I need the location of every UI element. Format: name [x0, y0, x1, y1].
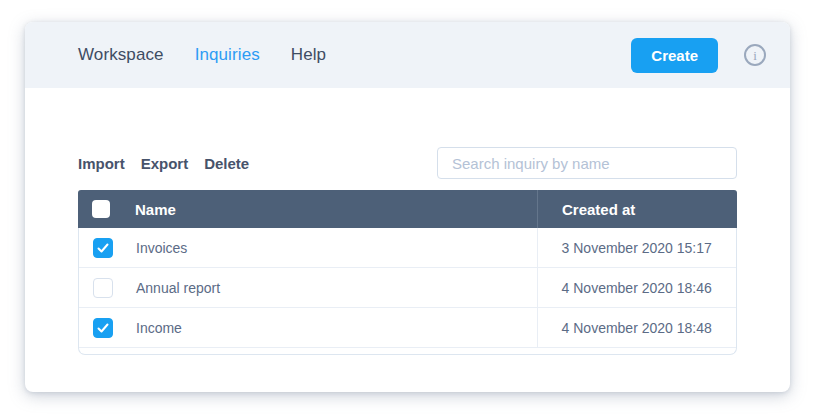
check-icon	[97, 242, 109, 254]
nav-item-inquiries[interactable]: Inquiries	[195, 45, 260, 65]
header-cell-name: Name	[78, 190, 537, 228]
app-card: Workspace Inquiries Help Create i Import…	[25, 22, 790, 392]
row-checkbox[interactable]	[93, 238, 113, 258]
search-input[interactable]	[437, 147, 737, 179]
created-at-cell: 3 November 2020 15:17	[537, 228, 736, 267]
inquiry-name: Invoices	[136, 240, 187, 256]
table-toolbar: Import Export Delete	[78, 147, 737, 179]
table-row[interactable]: Invoices 3 November 2020 15:17	[79, 228, 736, 268]
nav-item-workspace[interactable]: Workspace	[78, 45, 164, 65]
created-at-cell: 4 November 2020 18:48	[537, 308, 736, 347]
inquiries-table: Name Created at Invoices 3 November 2020…	[78, 190, 737, 355]
row-checkbox[interactable]	[93, 318, 113, 338]
create-button[interactable]: Create	[631, 38, 718, 73]
check-icon	[97, 322, 109, 334]
table-row[interactable]: Annual report 4 November 2020 18:46	[79, 268, 736, 308]
name-cell: Annual report	[79, 268, 537, 307]
row-checkbox[interactable]	[93, 278, 113, 298]
top-nav: Workspace Inquiries Help Create i	[25, 22, 790, 88]
column-header-name: Name	[135, 201, 176, 218]
table-header-row: Name Created at	[78, 190, 737, 228]
inquiry-name: Annual report	[136, 280, 220, 296]
name-cell: Income	[79, 308, 537, 347]
delete-button[interactable]: Delete	[204, 155, 249, 172]
info-icon[interactable]: i	[744, 44, 766, 66]
table-row[interactable]: Income 4 November 2020 18:48	[79, 308, 736, 348]
import-button[interactable]: Import	[78, 155, 125, 172]
name-cell: Invoices	[79, 228, 537, 267]
header-cell-created: Created at	[537, 190, 737, 228]
select-all-checkbox[interactable]	[92, 200, 110, 218]
inquiry-name: Income	[136, 320, 182, 336]
column-header-created-at: Created at	[562, 201, 635, 218]
created-at-cell: 4 November 2020 18:46	[537, 268, 736, 307]
export-button[interactable]: Export	[141, 155, 189, 172]
nav-item-help[interactable]: Help	[291, 45, 326, 65]
